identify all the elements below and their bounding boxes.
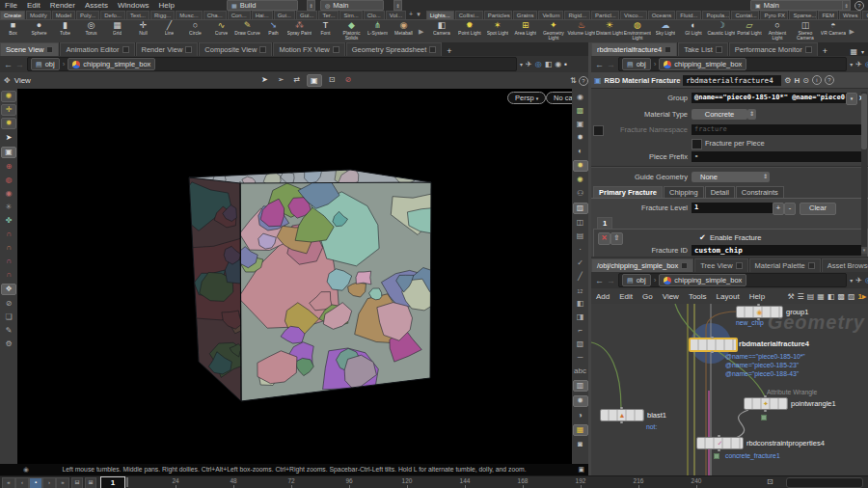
light-tool-11[interactable]: ▱Portal Light [735, 20, 763, 43]
piece-prefix-field[interactable]: - [692, 151, 863, 162]
radialmenu-selector[interactable]: ◎ Main [320, 0, 384, 11]
net-menu-6[interactable]: Help [745, 292, 770, 301]
light-tool-2[interactable]: ✶Spot Light [483, 20, 511, 43]
tab-close-icon[interactable] [429, 46, 436, 53]
snap-prim-icon[interactable]: ∩ [2, 270, 15, 280]
pane-tab-2[interactable]: Render View [136, 42, 199, 56]
fracture-level-field[interactable]: 1 [692, 203, 773, 213]
shelf-tool-5[interactable]: ✛Null [130, 20, 156, 43]
layers-icon[interactable]: ▩ [574, 106, 587, 116]
snap-edge-icon[interactable]: ∩ [2, 257, 15, 266]
param-path-field[interactable]: ▤obj › chipping_simple_box [618, 57, 847, 71]
menu-0[interactable]: File [0, 1, 22, 10]
shelf-tool-6[interactable]: ╱Line [156, 20, 182, 43]
persp-user-icon[interactable]: ◉ [555, 60, 561, 68]
net-dd-icon[interactable]: ▾ [850, 277, 853, 284]
play-button[interactable]: ▪ [29, 477, 42, 488]
network-canvas[interactable]: Geometry ◉group1new_chiprbdmaterialfract… [591, 304, 868, 475]
prim-normals-icon[interactable]: ◧ [574, 299, 587, 309]
param-node-crumb[interactable]: chipping_simple_box [659, 58, 746, 70]
menu-1[interactable]: Edit [22, 1, 45, 10]
normals-icon[interactable]: ✓ [574, 258, 587, 268]
draw-icon[interactable]: ✎ [2, 326, 15, 336]
sort-icon[interactable]: ⇅ [567, 75, 580, 86]
light-tool-12[interactable]: ○Ambient Light [763, 20, 791, 43]
shelf-tab-1[interactable]: Modify [26, 11, 51, 19]
info-icon[interactable]: i [812, 75, 822, 85]
shelf-tab-r-11[interactable]: Contai... [731, 11, 759, 19]
net-display1-icon[interactable]: ▤ [807, 292, 815, 301]
uv-overlay-icon[interactable]: ▧ [574, 339, 587, 349]
net-tab-1[interactable]: Tree View [694, 258, 747, 272]
back-icon[interactable]: ← [4, 60, 13, 69]
path-dropdown-icon[interactable]: ▾ [520, 61, 523, 68]
net-forward-icon[interactable]: → [607, 276, 615, 285]
light-tool-10[interactable]: ☽Caustic Light [707, 20, 735, 43]
scene-path-field[interactable]: ▤obj › chipping_simple_box [27, 57, 517, 71]
node-label-rbdconstraintproperties4[interactable]: rbdconstraintproperties4 [746, 439, 825, 447]
light-tool-9[interactable]: ◐GI Light [679, 20, 707, 43]
viewcube-icon[interactable]: ❖ [1, 284, 16, 295]
shelf-tab-r-0[interactable]: Lights... [426, 11, 454, 19]
tab-close-icon[interactable] [665, 46, 671, 53]
net-menu-5[interactable]: Layout [712, 292, 745, 301]
net-display2-icon[interactable]: ▦ [817, 292, 825, 301]
pane-tab-1[interactable]: Animation Editor [60, 42, 134, 56]
point-numbers-icon[interactable]: ₁₂ [574, 285, 587, 295]
shelf-tab-7[interactable]: Musc... [176, 11, 202, 19]
next-frame-button[interactable]: › [42, 477, 56, 488]
shelf-tab-r-13[interactable]: Sparse... [789, 11, 817, 19]
menu-2[interactable]: Render [45, 1, 80, 10]
shelf-tool-11[interactable]: ⁂Spray Paint [286, 20, 312, 43]
shelf-menu-icon[interactable]: ▾ [415, 11, 422, 19]
node-label-rbdmaterialfracture4[interactable]: rbdmaterialfracture4 [739, 339, 809, 348]
soft-radius-icon[interactable]: ◍ [2, 176, 15, 185]
desktop-selector[interactable]: ▦ Build [227, 0, 298, 11]
shelf-tool-3[interactable]: ◎Torus [78, 20, 104, 43]
shelf-tab-r-2[interactable]: Particles [484, 11, 512, 19]
scroll-handle[interactable] [861, 94, 867, 149]
net-root-crumb[interactable]: ▤obj [622, 274, 651, 286]
node-blast1[interactable]: ▲ [600, 409, 644, 421]
shelf-tab-r-9[interactable]: Fluid... [676, 11, 701, 19]
snap-grid-icon[interactable]: ∩ [2, 230, 15, 239]
shelf-add-icon[interactable]: + [407, 11, 415, 19]
net-menu-1[interactable]: Edit [614, 292, 637, 301]
tab-close-icon[interactable] [122, 46, 129, 53]
shelf-tab-r-14[interactable]: FEM [818, 11, 838, 19]
anim-options-icon[interactable]: ⊡ [767, 477, 773, 486]
net-display5-icon[interactable]: ▨ [848, 292, 855, 301]
param-dd-icon[interactable]: ▾ [850, 61, 853, 68]
camera-view-icon[interactable]: ◙ [574, 440, 587, 449]
shelf-tab-11[interactable]: Gui... [274, 11, 295, 19]
node-name-field[interactable]: rbdmaterialfracture4 [683, 75, 781, 86]
axis-icon[interactable]: ✤ [2, 216, 15, 226]
vector-icon[interactable]: ╱ [574, 272, 587, 282]
radial-spinner[interactable]: ⇕ [393, 0, 402, 11]
param-help-icon[interactable]: ? [825, 75, 834, 85]
spotlight-icon[interactable]: ✹ [573, 395, 588, 407]
shelf-tool-14[interactable]: ⋔L-System [365, 20, 391, 43]
shelf-tab-9[interactable]: Con... [228, 11, 251, 19]
path-node-crumb[interactable]: chipping_simple_box [68, 58, 155, 70]
tab-close-icon[interactable] [716, 46, 722, 53]
flipbook-icon[interactable]: ◧ [545, 60, 553, 68]
param-forward-icon[interactable]: → [607, 60, 615, 69]
playhead[interactable] [126, 477, 128, 487]
shelf-tab-5[interactable]: Text... [126, 11, 149, 19]
shelf-tool-1[interactable]: ●Sphere [26, 20, 52, 43]
lit-shade-icon[interactable]: ✹ [573, 160, 588, 172]
lock-camera-icon[interactable]: ▣ [574, 120, 587, 129]
net-menu-4[interactable]: Tools [684, 292, 712, 301]
tab-close-icon[interactable] [185, 46, 192, 53]
template-icon[interactable]: ▥ [573, 380, 588, 392]
current-frame-field[interactable]: 1 [100, 476, 125, 488]
help-stow-icon[interactable]: ▣ [579, 464, 584, 475]
lasso-select-tool[interactable]: ➢ [275, 74, 287, 87]
shelf-tab-3[interactable]: Poly... [76, 11, 99, 19]
camera-pill[interactable]: No cam ▾ [546, 92, 572, 104]
fracture-id-field[interactable]: custom_chip [692, 245, 861, 256]
select-arrow-icon[interactable]: ➤ [2, 133, 15, 143]
pin-pane-icon[interactable]: ✈ [526, 60, 532, 68]
wire-bulb-icon[interactable]: ✺ [574, 176, 587, 185]
